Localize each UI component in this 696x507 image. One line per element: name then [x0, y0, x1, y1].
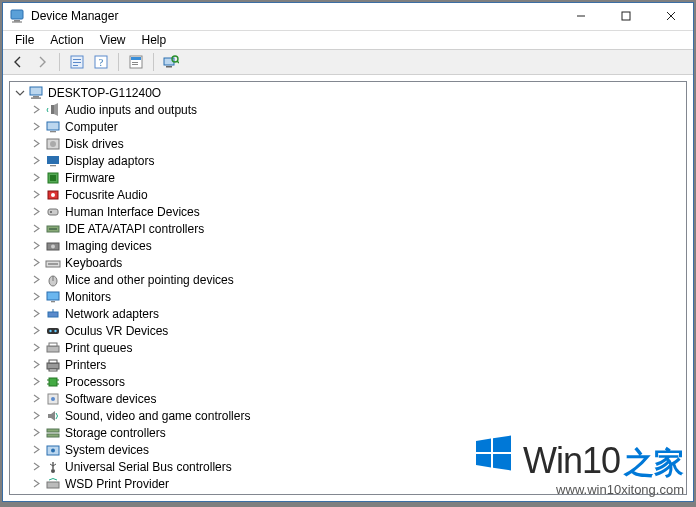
menu-help[interactable]: Help — [134, 31, 175, 49]
tree-node[interactable]: Imaging devices — [30, 237, 686, 254]
tree-node[interactable]: Print queues — [30, 339, 686, 356]
tree-node[interactable]: Monitors — [30, 288, 686, 305]
maximize-button[interactable] — [603, 3, 648, 30]
svg-marker-25 — [54, 103, 58, 116]
properties-button[interactable] — [125, 51, 147, 73]
expand-icon[interactable] — [30, 223, 42, 235]
software-icon — [45, 391, 61, 407]
expand-icon[interactable] — [30, 291, 42, 303]
minimize-button[interactable] — [558, 3, 603, 30]
expand-icon[interactable] — [30, 189, 42, 201]
tree-node[interactable]: Disk drives — [30, 135, 686, 152]
tree-root-node[interactable]: DESKTOP-G11240O — [12, 84, 686, 101]
tree-node[interactable]: Sound, video and game controllers — [30, 407, 686, 424]
collapse-icon[interactable] — [14, 87, 26, 99]
expand-icon[interactable] — [30, 138, 42, 150]
toolbar-sep — [59, 53, 60, 71]
tree-node-label: Display adaptors — [65, 154, 154, 168]
tree-node[interactable]: Oculus VR Devices — [30, 322, 686, 339]
svg-rect-56 — [49, 360, 57, 363]
expand-icon[interactable] — [30, 274, 42, 286]
computer-icon — [45, 119, 61, 135]
tree-node[interactable]: Processors — [30, 373, 686, 390]
svg-rect-53 — [47, 346, 59, 352]
device-tree[interactable]: DESKTOP-G11240O Audio inputs and outputs… — [9, 81, 687, 495]
tree-node[interactable]: Computer — [30, 118, 686, 135]
expand-icon[interactable] — [30, 308, 42, 320]
tree-node[interactable]: Focusrite Audio — [30, 186, 686, 203]
close-button[interactable] — [648, 3, 693, 30]
svg-rect-74 — [47, 482, 59, 488]
expand-icon[interactable] — [30, 461, 42, 473]
tree-node-label: Audio inputs and outputs — [65, 103, 197, 117]
tree-node-label: System devices — [65, 443, 149, 457]
tree-node[interactable]: Audio inputs and outputs — [30, 101, 686, 118]
tree-node[interactable]: Human Interface Devices — [30, 203, 686, 220]
scan-hardware-button[interactable] — [160, 51, 182, 73]
expand-icon[interactable] — [30, 325, 42, 337]
tree-node-label: Print queues — [65, 341, 132, 355]
tree-node[interactable]: System devices — [30, 441, 686, 458]
svg-rect-67 — [47, 434, 59, 437]
app-icon — [9, 8, 25, 24]
expand-icon[interactable] — [30, 359, 42, 371]
tree-node-label: IDE ATA/ATAPI controllers — [65, 222, 204, 236]
expand-icon[interactable] — [30, 155, 42, 167]
tree-node[interactable]: Printers — [30, 356, 686, 373]
expand-icon[interactable] — [30, 444, 42, 456]
back-button[interactable] — [7, 51, 29, 73]
tree-node-label: Software devices — [65, 392, 156, 406]
svg-rect-57 — [49, 369, 57, 371]
expand-icon[interactable] — [30, 342, 42, 354]
tree-node[interactable]: Universal Serial Bus controllers — [30, 458, 686, 475]
svg-rect-18 — [166, 66, 172, 68]
svg-rect-46 — [47, 292, 59, 300]
expand-icon[interactable] — [30, 410, 42, 422]
menu-file[interactable]: File — [7, 31, 42, 49]
tree-node[interactable]: Keyboards — [30, 254, 686, 271]
expand-icon[interactable] — [30, 427, 42, 439]
menu-action[interactable]: Action — [42, 31, 91, 49]
tree-node-label: Printers — [65, 358, 106, 372]
tree-node[interactable]: Storage controllers — [30, 424, 686, 441]
toolbar: ? — [3, 49, 693, 75]
svg-rect-24 — [51, 105, 54, 114]
tree-node[interactable]: Software devices — [30, 390, 686, 407]
expand-icon[interactable] — [30, 478, 42, 490]
expand-icon[interactable] — [30, 206, 42, 218]
tree-node-label: Oculus VR Devices — [65, 324, 168, 338]
tree-node-label: WSD Print Provider — [65, 477, 169, 491]
tree-node[interactable]: Network adapters — [30, 305, 686, 322]
menu-view[interactable]: View — [92, 31, 134, 49]
expand-icon[interactable] — [30, 172, 42, 184]
expand-icon[interactable] — [30, 104, 42, 116]
svg-rect-10 — [73, 65, 78, 66]
content-area: DESKTOP-G11240O Audio inputs and outputs… — [3, 75, 693, 501]
keyboard-icon — [45, 255, 61, 271]
printer-icon — [45, 357, 61, 373]
tree-node-label: Keyboards — [65, 256, 122, 270]
expand-icon[interactable] — [30, 393, 42, 405]
storage-icon — [45, 425, 61, 441]
audio-dev-icon — [45, 187, 61, 203]
toolbar-sep — [153, 53, 154, 71]
show-hidden-button[interactable] — [66, 51, 88, 73]
svg-rect-43 — [48, 263, 58, 265]
usb-icon — [45, 459, 61, 475]
tree-node[interactable]: IDE ATA/ATAPI controllers — [30, 220, 686, 237]
device-manager-window: Device Manager File Action View Help — [2, 2, 694, 502]
expand-icon[interactable] — [30, 376, 42, 388]
tree-node[interactable]: Firmware — [30, 169, 686, 186]
svg-rect-15 — [132, 62, 138, 63]
svg-rect-55 — [47, 363, 59, 369]
expand-icon[interactable] — [30, 121, 42, 133]
tree-node[interactable]: Display adaptors — [30, 152, 686, 169]
expand-icon[interactable] — [30, 240, 42, 252]
svg-rect-2 — [12, 22, 22, 23]
tree-node-label: Disk drives — [65, 137, 124, 151]
forward-button[interactable] — [31, 51, 53, 73]
tree-node[interactable]: WSD Print Provider — [30, 475, 686, 492]
expand-icon[interactable] — [30, 257, 42, 269]
tree-node[interactable]: Mice and other pointing devices — [30, 271, 686, 288]
help-button[interactable]: ? — [90, 51, 112, 73]
